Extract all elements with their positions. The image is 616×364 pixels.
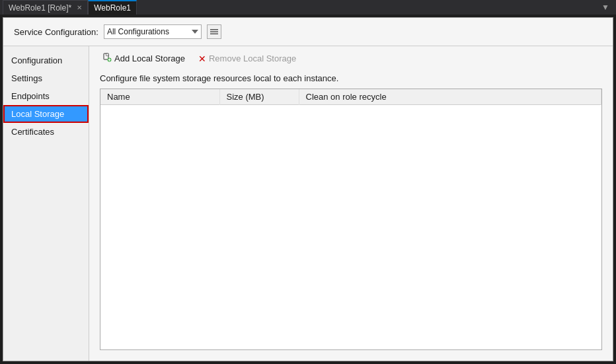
col-size: Size (MB) (219, 89, 299, 105)
svg-rect-0 (210, 29, 218, 30)
remove-local-storage-label: Remove Local Storage (209, 54, 296, 63)
sidebar-item-endpoints[interactable]: Endpoints (3, 87, 89, 105)
title-bar: WebRole1 [Role]* ✕ WebRole1 ▼ (0, 0, 616, 15)
table-header-row: Name Size (MB) Clean on role recycle (100, 89, 601, 105)
remove-local-storage-button[interactable]: ✕ Remove Local Storage (196, 52, 299, 65)
add-local-storage-label: Add Local Storage (114, 54, 185, 63)
description-text: Configure file system storage resources … (89, 71, 613, 89)
tab-webrole1-role-label: WebRole1 [Role]* (9, 3, 71, 13)
sidebar-item-settings[interactable]: Settings (3, 69, 89, 87)
sidebar-item-settings-label: Settings (11, 73, 42, 83)
service-config-select[interactable]: All Configurations Cloud Local (104, 24, 202, 39)
designer-panel: Service Configuration: All Configuration… (3, 17, 613, 361)
data-table: Name Size (MB) Clean on role recycle (100, 89, 601, 105)
col-clean: Clean on role recycle (299, 89, 601, 105)
add-local-storage-icon (102, 53, 112, 62)
add-local-storage-button[interactable]: Add Local Storage (100, 52, 188, 65)
sidebar-item-certificates[interactable]: Certificates (3, 123, 89, 141)
sidebar-item-local-storage[interactable]: Local Storage (3, 105, 89, 123)
tab-webrole1-label: WebRole1 (94, 3, 131, 13)
main-content: Add Local Storage ✕ Remove Local Storage… (89, 46, 613, 361)
col-name: Name (100, 89, 219, 105)
remove-icon: ✕ (198, 54, 206, 64)
add-icon (102, 53, 112, 64)
service-config-bar: Service Configuration: All Configuration… (3, 18, 613, 46)
title-bar-arrow-icon[interactable]: ▼ (597, 3, 613, 12)
svg-rect-2 (210, 34, 218, 35)
content-area: Service Configuration: All Configuration… (0, 15, 616, 364)
main-window: WebRole1 [Role]* ✕ WebRole1 ▼ Service Co… (0, 0, 616, 364)
sidebar-item-endpoints-label: Endpoints (11, 91, 50, 101)
manage-config-icon (210, 27, 219, 36)
sidebar: Configuration Settings Endpoints Local S… (3, 46, 89, 361)
svg-rect-1 (210, 31, 218, 32)
service-config-label: Service Configuration: (14, 27, 98, 37)
manage-config-button[interactable] (207, 24, 221, 39)
tab-webrole1[interactable]: WebRole1 (88, 0, 137, 15)
svg-rect-5 (106, 54, 109, 56)
sidebar-item-configuration-label: Configuration (11, 55, 62, 65)
toolbar-area: Add Local Storage ✕ Remove Local Storage (89, 46, 613, 71)
table-area[interactable]: Name Size (MB) Clean on role recycle (100, 89, 602, 350)
sidebar-item-local-storage-label: Local Storage (11, 109, 64, 119)
tab-webrole1-role[interactable]: WebRole1 [Role]* ✕ (3, 0, 88, 15)
tab-webrole1-role-close[interactable]: ✕ (77, 4, 82, 11)
sidebar-item-configuration[interactable]: Configuration (3, 52, 89, 69)
sidebar-item-certificates-label: Certificates (11, 127, 54, 137)
title-bar-right: ▼ (597, 3, 613, 12)
panel-row: Configuration Settings Endpoints Local S… (3, 46, 613, 361)
